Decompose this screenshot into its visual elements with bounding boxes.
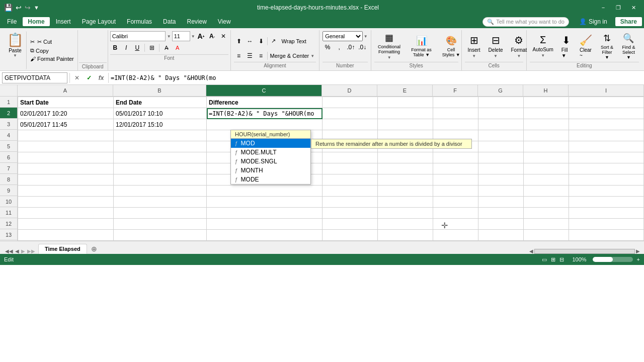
row-header-13[interactable]: 13 bbox=[0, 229, 17, 240]
menu-data[interactable]: Data bbox=[158, 17, 181, 26]
bold-button[interactable]: B bbox=[110, 43, 120, 53]
cell-a9[interactable] bbox=[18, 186, 114, 197]
cell-c2[interactable]: =INT(B2-A2)& " Days "&HOUR(mo bbox=[207, 108, 323, 119]
cell-styles-button[interactable]: 🎨 CellStyles ▼ bbox=[439, 34, 464, 58]
cell-e2[interactable] bbox=[378, 108, 433, 119]
cell-e7[interactable] bbox=[378, 163, 433, 174]
col-header-i[interactable]: I bbox=[569, 85, 644, 96]
signin-button[interactable]: 👤 Sign in bbox=[579, 18, 607, 25]
cell-h10[interactable] bbox=[524, 197, 569, 208]
zoom-slider[interactable] bbox=[593, 257, 633, 262]
fill-color-button[interactable]: A̶ bbox=[162, 43, 172, 53]
cell-a13[interactable] bbox=[18, 230, 114, 241]
cell-g11[interactable] bbox=[478, 208, 524, 219]
italic-button[interactable]: I bbox=[121, 43, 131, 53]
cell-f10[interactable] bbox=[433, 197, 478, 208]
comma-button[interactable]: , bbox=[334, 42, 344, 52]
cell-b8[interactable] bbox=[114, 174, 207, 186]
cell-e10[interactable] bbox=[378, 197, 433, 208]
cell-g6[interactable] bbox=[478, 152, 524, 163]
paste-button[interactable]: 📋 Paste ▼ bbox=[4, 31, 27, 69]
cell-c9[interactable] bbox=[207, 186, 323, 197]
cell-h13[interactable] bbox=[524, 230, 569, 241]
row-header-5[interactable]: 5 bbox=[0, 141, 17, 152]
cell-d11[interactable] bbox=[323, 208, 378, 219]
formula-input[interactable]: =INT(B2-A2)& " Days "&HOUR(mo bbox=[111, 72, 642, 83]
cell-d3[interactable] bbox=[323, 119, 378, 130]
cell-c3[interactable] bbox=[207, 119, 323, 130]
cell-d8[interactable] bbox=[323, 174, 378, 186]
number-format-select[interactable]: General bbox=[323, 31, 363, 41]
page-layout-button[interactable]: ⊞ bbox=[551, 256, 555, 263]
undo-icon[interactable]: ↩ bbox=[16, 4, 22, 12]
cell-h11[interactable] bbox=[524, 208, 569, 219]
wrap-text-button[interactable]: Wrap Text bbox=[280, 38, 308, 45]
menu-home[interactable]: Home bbox=[23, 17, 49, 26]
find-select-button[interactable]: 🔍 Find &Select ▼ bbox=[618, 32, 639, 61]
cell-c11[interactable] bbox=[207, 208, 323, 219]
cell-i8[interactable] bbox=[569, 174, 644, 186]
cell-g10[interactable] bbox=[478, 197, 524, 208]
merge-center-button[interactable]: Merge & Center ▼ bbox=[269, 52, 316, 59]
col-header-h[interactable]: H bbox=[523, 85, 569, 96]
cell-d1[interactable] bbox=[323, 97, 378, 108]
row-header-8[interactable]: 8 bbox=[0, 174, 17, 185]
cell-i9[interactable] bbox=[569, 186, 644, 197]
save-icon[interactable]: 💾 bbox=[4, 4, 13, 12]
cell-b9[interactable] bbox=[114, 186, 207, 197]
cut-button[interactable]: ✂ ✂ Cut bbox=[29, 38, 75, 46]
ac-item-mode-mult[interactable]: ƒ MODE.MULT bbox=[231, 148, 310, 157]
increase-font-size-button[interactable]: A+ bbox=[196, 31, 206, 41]
ac-item-month[interactable]: ƒ MONTH bbox=[231, 166, 310, 175]
cell-g5[interactable] bbox=[478, 141, 524, 152]
conditional-formatting-button[interactable]: ▦ ConditionalFormatting ▼ bbox=[374, 31, 405, 61]
cell-f7[interactable] bbox=[433, 163, 478, 174]
align-middle-button[interactable]: ↔ bbox=[245, 36, 255, 46]
font-name-input[interactable] bbox=[110, 31, 166, 41]
cell-d13[interactable] bbox=[323, 230, 378, 241]
cell-f8[interactable] bbox=[433, 174, 478, 186]
cell-g3[interactable] bbox=[478, 119, 524, 130]
cell-g13[interactable] bbox=[478, 230, 524, 241]
cell-f9[interactable] bbox=[433, 186, 478, 197]
menu-insert[interactable]: Insert bbox=[51, 17, 76, 26]
cell-b12[interactable] bbox=[114, 219, 207, 230]
cell-i6[interactable] bbox=[569, 152, 644, 163]
align-center-button[interactable]: ☰ bbox=[245, 51, 255, 61]
cell-a4[interactable] bbox=[18, 130, 114, 141]
cell-i1[interactable] bbox=[569, 97, 644, 108]
ac-item-mod[interactable]: ƒ MOD Returns the remainder after a numb… bbox=[231, 139, 310, 148]
font-size-dropdown[interactable]: ▼ bbox=[191, 34, 195, 39]
underline-button[interactable]: U bbox=[132, 43, 142, 53]
cell-i12[interactable] bbox=[569, 219, 644, 230]
tell-me-box[interactable]: 🔍 Tell me what you want to do bbox=[482, 17, 569, 27]
cell-f12[interactable] bbox=[433, 219, 478, 230]
cell-e9[interactable] bbox=[378, 186, 433, 197]
row-header-9[interactable]: 9 bbox=[0, 185, 17, 196]
close-button[interactable]: ✕ bbox=[627, 3, 640, 13]
cell-h2[interactable] bbox=[524, 108, 569, 119]
restore-button[interactable]: ❐ bbox=[612, 3, 625, 13]
cell-c12[interactable] bbox=[207, 219, 323, 230]
add-sheet-button[interactable]: ⊕ bbox=[88, 244, 100, 254]
col-header-c[interactable]: C bbox=[206, 85, 322, 96]
cell-e13[interactable] bbox=[378, 230, 433, 241]
cell-a12[interactable] bbox=[18, 219, 114, 230]
page-break-preview-button[interactable]: ⊟ bbox=[559, 256, 564, 263]
clear-format-button[interactable]: ✕ bbox=[218, 31, 228, 41]
clear-button[interactable]: 🧹 Clear ~ bbox=[577, 33, 596, 59]
cell-a8[interactable] bbox=[18, 174, 114, 186]
cell-b7[interactable] bbox=[114, 163, 207, 174]
cell-f11[interactable] bbox=[433, 208, 478, 219]
cell-i5[interactable] bbox=[569, 141, 644, 152]
share-button[interactable]: Share bbox=[615, 17, 642, 26]
cell-d6[interactable] bbox=[323, 152, 378, 163]
cell-e12[interactable] bbox=[378, 219, 433, 230]
cell-i2[interactable] bbox=[569, 108, 644, 119]
cell-a10[interactable] bbox=[18, 197, 114, 208]
cell-b11[interactable] bbox=[114, 208, 207, 219]
col-header-a[interactable]: A bbox=[18, 85, 113, 96]
menu-file[interactable]: File bbox=[2, 17, 22, 26]
redo-icon[interactable]: ↪ bbox=[25, 4, 31, 12]
copy-button[interactable]: ⧉ Copy bbox=[29, 47, 75, 54]
